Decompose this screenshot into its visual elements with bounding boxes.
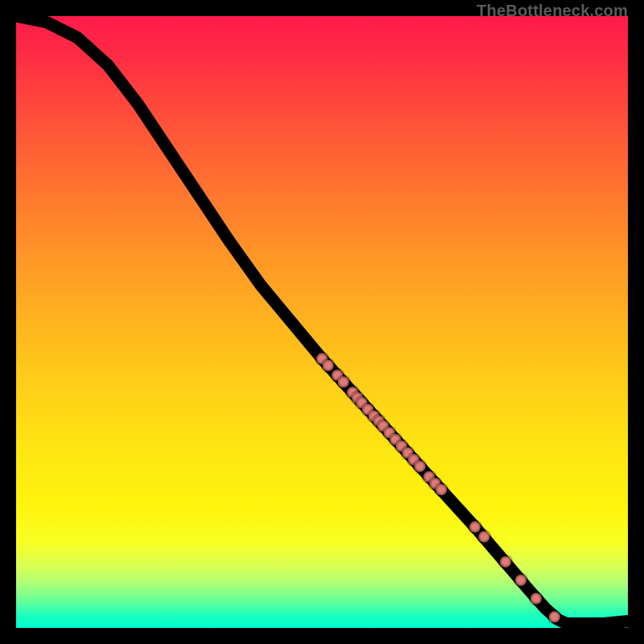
- data-point: [338, 376, 349, 387]
- chart-stage: TheBottleneck.com: [0, 0, 644, 644]
- data-point: [469, 522, 481, 533]
- data-point: [500, 556, 511, 568]
- data-point: [415, 460, 426, 472]
- data-point: [530, 593, 542, 605]
- data-point: [436, 484, 447, 495]
- bottleneck-curve: [16, 16, 628, 624]
- data-point: [549, 611, 560, 622]
- chart-overlay: [16, 16, 628, 628]
- data-point: [323, 360, 334, 371]
- data-point: [515, 575, 526, 586]
- data-point: [478, 531, 489, 543]
- data-points-group: [316, 353, 560, 623]
